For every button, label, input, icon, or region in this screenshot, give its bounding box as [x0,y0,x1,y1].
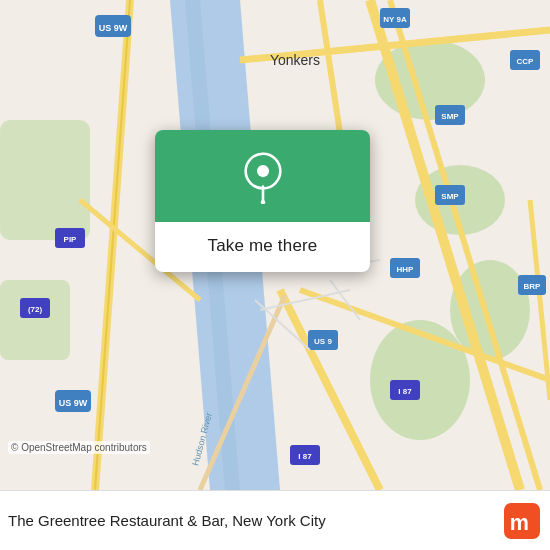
svg-text:I 87: I 87 [298,452,312,461]
moovit-logo-icon: m [504,503,540,539]
svg-point-54 [260,200,264,204]
svg-rect-5 [0,120,90,240]
svg-text:SMP: SMP [441,192,459,201]
svg-text:m: m [510,510,529,535]
svg-text:I 87: I 87 [398,387,412,396]
take-me-there-button[interactable]: Take me there [208,236,318,256]
svg-text:SMP: SMP [441,112,459,121]
svg-text:Yonkers: Yonkers [270,52,320,68]
place-name: The Greentree Restaurant & Bar, New York… [8,512,504,529]
svg-text:PIP: PIP [64,235,78,244]
tooltip-green-section [155,130,370,222]
moovit-logo: m [504,503,540,539]
svg-text:CCP: CCP [517,57,535,66]
svg-text:US 9W: US 9W [59,398,88,408]
map-attribution: © OpenStreetMap contributors [8,441,150,454]
svg-text:BRP: BRP [524,282,542,291]
tooltip-button-section: Take me there [155,222,370,272]
svg-rect-6 [0,280,70,360]
svg-text:NY 9A: NY 9A [383,15,407,24]
map-container: US 9W US 9W NY 9A SMP SMP CCP HHP US 9 I… [0,0,550,490]
tooltip-card: Take me there [155,130,370,272]
bottom-bar: The Greentree Restaurant & Bar, New York… [0,490,550,550]
svg-text:(72): (72) [28,305,43,314]
pin-icon [237,152,289,204]
svg-text:US 9W: US 9W [99,23,128,33]
svg-point-53 [256,165,268,177]
svg-point-4 [370,320,470,440]
svg-text:US 9: US 9 [314,337,332,346]
svg-text:HHP: HHP [397,265,415,274]
